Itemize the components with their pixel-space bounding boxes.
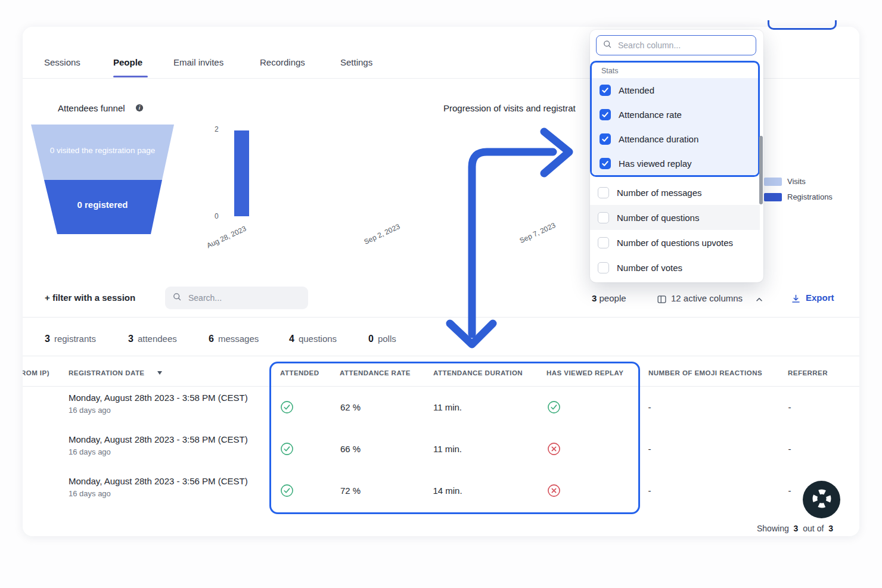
count-questions[interactable]: 4 questions	[289, 334, 337, 344]
count-attendees[interactable]: 3 attendees	[128, 334, 177, 344]
emoji-reactions: -	[626, 486, 673, 496]
lifebuoy-icon	[809, 486, 834, 514]
checkbox-checked-icon[interactable]	[600, 158, 611, 169]
showing-middle: out of	[803, 524, 824, 533]
option-label: Attended	[619, 85, 654, 95]
column-option-number-of-questions-upvotes[interactable]: Number of questions upvotes	[590, 230, 760, 255]
count-value: 3	[128, 334, 133, 344]
people-count: 3 people	[592, 293, 626, 303]
tab-email-invites[interactable]: Email invites	[173, 57, 223, 67]
count-label: polls	[378, 334, 396, 344]
checked-rows: Attended Attendance rate Attendance dura…	[592, 78, 758, 176]
legend-swatch-visits	[764, 178, 782, 186]
table-row[interactable]: Monday, August 28th 2023 - 3:58 PM (CEST…	[23, 428, 859, 469]
people-count-value: 3	[592, 293, 597, 303]
attendance-duration: 11 min.	[412, 444, 483, 454]
attendance-rate: 62 %	[321, 402, 380, 412]
tab-people[interactable]: People	[113, 57, 142, 67]
chevron-up-icon[interactable]	[755, 295, 763, 306]
column-search-input[interactable]	[617, 40, 738, 51]
checkbox-unchecked-icon[interactable]	[598, 262, 609, 273]
info-icon[interactable]: i	[135, 104, 144, 114]
option-label: Number of questions upvotes	[617, 238, 733, 248]
option-label: Attendance duration	[619, 134, 698, 144]
emoji-reactions: -	[626, 402, 673, 412]
registration-ago: 16 days ago	[69, 489, 111, 498]
checkbox-unchecked-icon[interactable]	[598, 212, 609, 223]
active-columns-button[interactable]: 12 active columns	[671, 293, 743, 303]
export-button[interactable]: Export	[806, 293, 834, 303]
x-label-sep2: Sep 2, 2023	[355, 219, 408, 250]
checkbox-checked-icon[interactable]	[600, 133, 611, 145]
column-search	[596, 35, 756, 55]
partial-button-edge	[768, 20, 837, 30]
legend-swatch-registrations	[764, 193, 782, 201]
column-option-attended[interactable]: Attended	[592, 78, 758, 102]
tab-sessions[interactable]: Sessions	[44, 57, 80, 67]
help-widget-button[interactable]	[803, 481, 840, 518]
header-referrer: REFERRER	[788, 369, 828, 377]
count-polls[interactable]: 0 polls	[368, 334, 396, 344]
sort-caret-icon[interactable]	[157, 371, 162, 377]
attendance-rate: 72 %	[321, 486, 380, 496]
showing-total: 3	[828, 524, 833, 533]
funnel-chart	[31, 125, 174, 234]
checked-columns-highlight: Stats Attended Attendance rate Attendanc…	[590, 61, 760, 177]
header-emoji-reactions: NUMBER OF EMOJI REACTIONS	[648, 369, 762, 377]
header-registration-date[interactable]: REGISTRATION DATE	[69, 369, 145, 377]
x-label-sep7: Sep 7, 2023	[511, 217, 564, 248]
option-label: Number of questions	[617, 213, 699, 223]
search-input[interactable]	[187, 293, 297, 303]
section-label: Stats	[592, 63, 758, 78]
columns-icon	[657, 294, 667, 307]
check-circle-icon	[547, 400, 561, 416]
scrollbar-thumb[interactable]	[759, 136, 763, 204]
checkbox-unchecked-icon[interactable]	[598, 237, 609, 248]
column-option-number-of-votes[interactable]: Number of votes	[590, 255, 760, 280]
emoji-reactions: -	[626, 444, 673, 454]
checkbox-unchecked-icon[interactable]	[598, 187, 609, 198]
count-value: 3	[45, 334, 50, 344]
column-picker-panel: Stats Attended Attendance rate Attendanc…	[590, 30, 763, 282]
header-has-viewed-replay: HAS VIEWED REPLAY	[546, 369, 623, 377]
option-label: Number of votes	[617, 263, 682, 273]
attendance-duration: 14 min.	[412, 486, 483, 496]
count-label: questions	[299, 334, 337, 344]
header-attendance-rate: ATTENDANCE RATE	[340, 369, 411, 377]
search-icon	[603, 39, 612, 51]
legend-label-registrations: Registrations	[787, 192, 833, 201]
filter-with-session-button[interactable]: + filter with a session	[45, 293, 135, 303]
column-option-number-of-messages[interactable]: Number of messages	[590, 180, 760, 205]
count-value: 0	[368, 334, 374, 344]
tab-recordings[interactable]: Recordings	[260, 57, 305, 67]
registration-ago: 16 days ago	[69, 447, 111, 456]
count-value: 6	[209, 334, 214, 344]
checkbox-checked-icon[interactable]	[600, 85, 611, 96]
registration-date: Monday, August 28th 2023 - 3:56 PM (CEST…	[69, 476, 248, 486]
unchecked-rows: Number of messages Number of questions N…	[590, 180, 760, 280]
count-messages[interactable]: 6 messages	[209, 334, 259, 344]
count-registrants[interactable]: 3 registrants	[45, 334, 96, 344]
checkbox-checked-icon[interactable]	[600, 109, 611, 120]
active-tab-underline	[113, 76, 148, 77]
check-circle-icon	[280, 484, 294, 500]
legend-label-visits: Visits	[787, 177, 806, 186]
table-row[interactable]: Monday, August 28th 2023 - 3:58 PM (CEST…	[23, 386, 859, 428]
progression-title: Progression of visits and registrat	[443, 103, 576, 113]
showing-count: Showing 3 out of 3	[754, 524, 836, 533]
referrer: -	[766, 402, 813, 412]
funnel-stage-registered: 0 registered	[31, 200, 174, 210]
referrer: -	[766, 444, 813, 454]
registration-date: Monday, August 28th 2023 - 3:58 PM (CEST…	[69, 434, 248, 444]
column-option-attendance-rate[interactable]: Attendance rate	[592, 102, 758, 127]
option-label: Number of messages	[617, 188, 702, 198]
column-option-number-of-questions[interactable]: Number of questions	[590, 205, 760, 230]
attendance-rate: 66 %	[321, 444, 380, 454]
table-row[interactable]: Monday, August 28th 2023 - 3:56 PM (CEST…	[23, 469, 859, 511]
column-option-has-viewed-replay[interactable]: Has viewed replay	[592, 151, 758, 176]
search-icon	[172, 292, 182, 304]
header-from-ip: ROM IP)	[23, 369, 49, 377]
count-label: attendees	[138, 334, 177, 344]
tab-settings[interactable]: Settings	[340, 57, 372, 67]
column-option-attendance-duration[interactable]: Attendance duration	[592, 127, 758, 151]
